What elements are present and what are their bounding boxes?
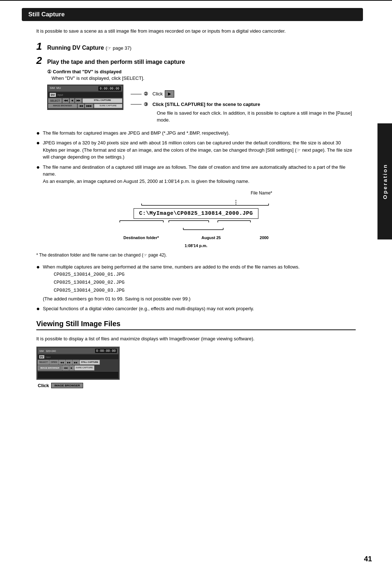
dv-row-2: DV Input bbox=[38, 354, 118, 359]
timecode-display: 0:00:00:00 bbox=[98, 86, 121, 91]
additional-bullet-1: ● Special functions of a digital video c… bbox=[36, 305, 356, 312]
image-browser-btn: IMAGE BROWSER bbox=[48, 104, 77, 108]
callout-2-button: ▶ bbox=[165, 90, 174, 98]
callout-area: ② Click ▶ ③ Click [STILL CAPTURE] for th… bbox=[131, 85, 356, 123]
step-1-text: Running DV Capture (☞ page 37) bbox=[47, 44, 131, 52]
ui-screenshot: SIM MU 0:00:00:00 DV Input SELECT ◀◀ bbox=[47, 85, 123, 123]
intro-text: It is possible to save a scene as a stil… bbox=[36, 28, 356, 35]
callout-line-3 bbox=[131, 104, 142, 104]
ff-btn: ▶▶ bbox=[75, 98, 82, 103]
fake-ui-top-bar: SIM MU 0:00:00:00 bbox=[48, 86, 122, 91]
step-1-label: Running DV Capture bbox=[47, 45, 104, 51]
fake-ui2-labels: SIM 320×240 bbox=[39, 350, 56, 352]
dv-indicator-2: DV bbox=[39, 355, 44, 358]
sidebar-label: Operation bbox=[382, 164, 388, 199]
ff2-btn-2: ▶▶ bbox=[73, 360, 79, 365]
click-label: Click IMAGE BROWSER bbox=[38, 383, 356, 388]
image-browser-btn-2: IMAGE BROWSER bbox=[38, 365, 62, 370]
image-browser-click-btn: IMAGE BROWSER bbox=[51, 383, 83, 388]
rew-btn-2: ◀◀ bbox=[59, 360, 65, 365]
buttons-row-1: SELECT ◀◀ ◀ ▶▶ STILL CAPTURE bbox=[48, 98, 122, 103]
bullet-text-2: The file name and destination of a captu… bbox=[43, 164, 356, 185]
sure-capture-btn: SURE CAPTURE bbox=[94, 104, 123, 108]
substep1-note: When "DV" is not displayed, click [SELEC… bbox=[52, 75, 356, 82]
additional-bullet-list: ● When multiple captures are being perfo… bbox=[36, 263, 356, 312]
mu-label: MU bbox=[56, 86, 61, 91]
example-file-1: CP0825_130814_2000_01.JPG bbox=[54, 271, 356, 279]
additional-bullet-text-0: When multiple captures are being perform… bbox=[43, 263, 356, 302]
size-label: 320×240 bbox=[46, 350, 56, 352]
callout-3-detail: One file is saved for each click. In add… bbox=[157, 110, 356, 124]
section-title: Still Capture bbox=[28, 11, 65, 18]
right-sidebar: Operation bbox=[377, 123, 392, 239]
rew3-btn: ◀◀ bbox=[62, 365, 69, 370]
buttons-row-2: IMAGE BROWSER ◀◀ ▶▶▶ SURE CAPTURE bbox=[48, 104, 122, 108]
bullet-item-2: ● The file name and destination of a cap… bbox=[36, 164, 356, 185]
play-btn: ▶ bbox=[69, 365, 74, 370]
callout-3-text: Click [STILL CAPTURE] for the scene to c… bbox=[152, 101, 260, 108]
filename-wrapper: File Name* C:\MyImage\CP0825_130814_2000… bbox=[113, 190, 279, 248]
top-rule bbox=[0, 0, 392, 1]
filename-label: File Name* bbox=[113, 190, 272, 196]
bullet-item-0: ● The file formats for captured images a… bbox=[36, 130, 356, 137]
dv-row: DV Input bbox=[48, 92, 122, 98]
input-label-2: Input bbox=[46, 356, 50, 358]
ff-btn-2: ▶▶ bbox=[66, 360, 72, 365]
select-btn-2: SELECT bbox=[38, 360, 49, 365]
callout-3: ③ Click [STILL CAPTURE] for the scene to… bbox=[131, 101, 356, 123]
date-label: August 25 bbox=[201, 235, 221, 240]
year-label: 2000 bbox=[260, 235, 269, 240]
ui2-footer bbox=[38, 371, 118, 378]
bullet-text-1: JPEG images of a 320 by 240 pixels size … bbox=[43, 139, 356, 161]
viewing-section: Viewing Still Image Files It is possible… bbox=[36, 320, 356, 389]
rev-btn: ◀ bbox=[70, 98, 74, 103]
additional-bullet-dot-1: ● bbox=[36, 305, 41, 312]
substep1: ① Confirm that "DV" is displayed When "D… bbox=[47, 69, 356, 82]
sure-capture-btn-2: SURE CAPTURE bbox=[74, 365, 94, 370]
format-label: Input bbox=[57, 94, 63, 96]
fake-ui-box: SIM MU 0:00:00:00 DV Input SELECT ◀◀ bbox=[47, 85, 123, 110]
callout-2-content: ② Click ▶ bbox=[131, 90, 174, 98]
sim-label-2: SIM bbox=[39, 350, 44, 352]
additional-bullet-text-1: Special functions of a digital video cam… bbox=[43, 305, 356, 312]
sub-steps-area: SIM MU 0:00:00:00 DV Input SELECT ◀◀ bbox=[47, 85, 356, 123]
bullet-dot-1: ● bbox=[36, 139, 41, 146]
substep1-header: ① Confirm that "DV" is displayed bbox=[47, 69, 356, 74]
destination-label: Destination folder* bbox=[123, 235, 159, 240]
sim-label: SIM bbox=[50, 86, 55, 91]
still-capture-btn-2: STILL CAPTURE bbox=[79, 360, 99, 365]
section-header: Still Capture bbox=[22, 8, 363, 21]
callout-3-header: ③ Click [STILL CAPTURE] for the scene to… bbox=[131, 101, 260, 108]
footer-note: * The destination folder and file name c… bbox=[36, 252, 356, 258]
callout-2-num: ② bbox=[144, 91, 150, 97]
example-filenames: CP0825_130814_2000_01.JPG CP0825_130814_… bbox=[54, 271, 356, 295]
step-1-pageref: (☞ page 37) bbox=[106, 45, 131, 51]
callout-line-2 bbox=[131, 94, 142, 94]
time-label: 1:08'14 p.m. bbox=[113, 243, 279, 248]
rew2-btn: ◀◀ bbox=[78, 104, 84, 108]
page-container: Still Capture It is possible to save a s… bbox=[0, 0, 392, 574]
bullet-dot-0: ● bbox=[36, 130, 41, 136]
step-1-number: 1 bbox=[36, 41, 44, 52]
main-content: It is possible to save a scene as a stil… bbox=[36, 28, 356, 388]
bullet-item-1: ● JPEG images of a 320 by 240 pixels siz… bbox=[36, 139, 356, 161]
ff2-btn: ▶▶▶ bbox=[85, 104, 93, 108]
additional-bullet-0: ● When multiple captures are being perfo… bbox=[36, 263, 356, 302]
example-note: (The added numbers go from 01 to 99. Sav… bbox=[43, 295, 356, 303]
filename-diagram: File Name* C:\MyImage\CP0825_130814_2000… bbox=[36, 190, 356, 248]
example-file-2: CP0825_130814_2000_02.JPG bbox=[54, 279, 356, 287]
bullet-text-0: The file formats for captured images are… bbox=[43, 130, 356, 137]
additional-bullet-0-main: When multiple captures are being perform… bbox=[43, 264, 299, 270]
ui2-btn-row-1: SELECT OPEN ◀◀ ▶▶ ▶▶ STILL CAPTURE bbox=[38, 360, 118, 365]
step-2-number: 2 bbox=[36, 56, 44, 66]
callout-2: ② Click ▶ bbox=[131, 90, 356, 98]
fake-ui-labels: SIM MU bbox=[50, 86, 61, 91]
example-file-3: CP0825_130814_2000_03.JPG bbox=[54, 287, 356, 295]
viewing-intro: It is possible to display a list of file… bbox=[36, 335, 356, 343]
step-1: 1 Running DV Capture (☞ page 37) bbox=[36, 41, 356, 52]
ui-screenshot-2: SIM 320×240 0:00:00:00 DV Input SELECT O… bbox=[36, 347, 120, 380]
page-number: 41 bbox=[364, 555, 372, 563]
ui2-btn-row-2: IMAGE BROWSER ◀◀ ▶ SURE CAPTURE bbox=[38, 365, 118, 370]
step-2: 2 Play the tape and then perform still i… bbox=[36, 56, 356, 66]
callout-2-text: Click bbox=[152, 91, 163, 97]
